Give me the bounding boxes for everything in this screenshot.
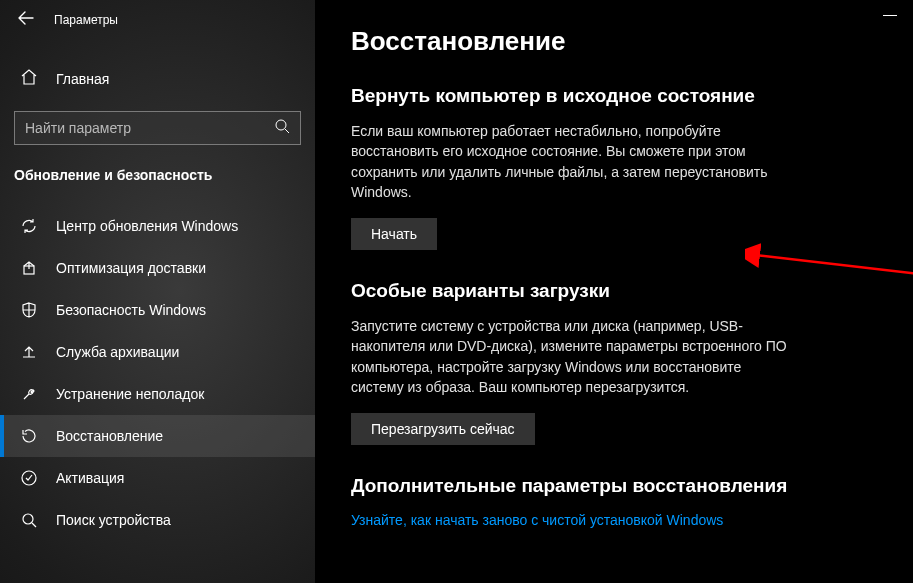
sidebar-item-label: Восстановление bbox=[56, 428, 163, 444]
activation-icon bbox=[20, 469, 38, 487]
sidebar-item-windows-update[interactable]: Центр обновления Windows bbox=[0, 205, 315, 247]
svg-line-4 bbox=[755, 255, 913, 277]
svg-point-3 bbox=[23, 514, 33, 524]
update-icon bbox=[20, 217, 38, 235]
restart-now-button[interactable]: Перезагрузить сейчас bbox=[351, 413, 535, 445]
sidebar-item-recovery[interactable]: Восстановление bbox=[0, 415, 315, 457]
more-recovery-heading: Дополнительные параметры восстановления bbox=[351, 475, 877, 497]
search-icon bbox=[274, 118, 290, 138]
find-device-icon bbox=[20, 511, 38, 529]
sidebar-item-delivery-optimization[interactable]: Оптимизация доставки bbox=[0, 247, 315, 289]
advanced-startup-body: Запустите систему с устройства или диска… bbox=[351, 316, 791, 397]
sidebar-item-backup[interactable]: Служба архивации bbox=[0, 331, 315, 373]
titlebar: Параметры bbox=[0, 0, 315, 40]
sidebar-item-label: Оптимизация доставки bbox=[56, 260, 206, 276]
fresh-start-link[interactable]: Узнайте, как начать заново с чистой уста… bbox=[351, 512, 723, 528]
sidebar-item-windows-security[interactable]: Безопасность Windows bbox=[0, 289, 315, 331]
sidebar-nav: Центр обновления Windows Оптимизация дос… bbox=[0, 205, 315, 541]
sidebar-item-troubleshoot[interactable]: Устранение неполадок bbox=[0, 373, 315, 415]
backup-icon bbox=[20, 343, 38, 361]
content-pane: — Восстановление Вернуть компьютер в исх… bbox=[315, 0, 913, 583]
sidebar-item-label: Поиск устройства bbox=[56, 512, 171, 528]
page-title: Восстановление bbox=[351, 26, 877, 57]
reset-start-button[interactable]: Начать bbox=[351, 218, 437, 250]
window-title: Параметры bbox=[54, 13, 118, 27]
sidebar-home[interactable]: Главная bbox=[0, 58, 315, 99]
back-button[interactable] bbox=[18, 10, 34, 30]
sidebar-item-label: Устранение неполадок bbox=[56, 386, 204, 402]
sidebar: Параметры Главная Обновление и безопасно… bbox=[0, 0, 315, 583]
sidebar-item-activation[interactable]: Активация bbox=[0, 457, 315, 499]
section-heading: Обновление и безопасность bbox=[0, 145, 315, 197]
reset-heading: Вернуть компьютер в исходное состояние bbox=[351, 85, 877, 107]
home-icon bbox=[20, 68, 38, 89]
search-input[interactable] bbox=[25, 120, 274, 136]
sidebar-item-find-device[interactable]: Поиск устройства bbox=[0, 499, 315, 541]
sidebar-item-label: Служба архивации bbox=[56, 344, 179, 360]
wrench-icon bbox=[20, 385, 38, 403]
shield-icon bbox=[20, 301, 38, 319]
advanced-startup-heading: Особые варианты загрузки bbox=[351, 280, 877, 302]
sidebar-item-label: Безопасность Windows bbox=[56, 302, 206, 318]
sidebar-item-label: Активация bbox=[56, 470, 124, 486]
sidebar-item-label: Центр обновления Windows bbox=[56, 218, 238, 234]
reset-body: Если ваш компьютер работает нестабильно,… bbox=[351, 121, 791, 202]
recovery-icon bbox=[20, 427, 38, 445]
minimize-button[interactable]: — bbox=[883, 6, 897, 22]
delivery-icon bbox=[20, 259, 38, 277]
svg-point-0 bbox=[276, 120, 286, 130]
sidebar-home-label: Главная bbox=[56, 71, 109, 87]
search-box[interactable] bbox=[14, 111, 301, 145]
